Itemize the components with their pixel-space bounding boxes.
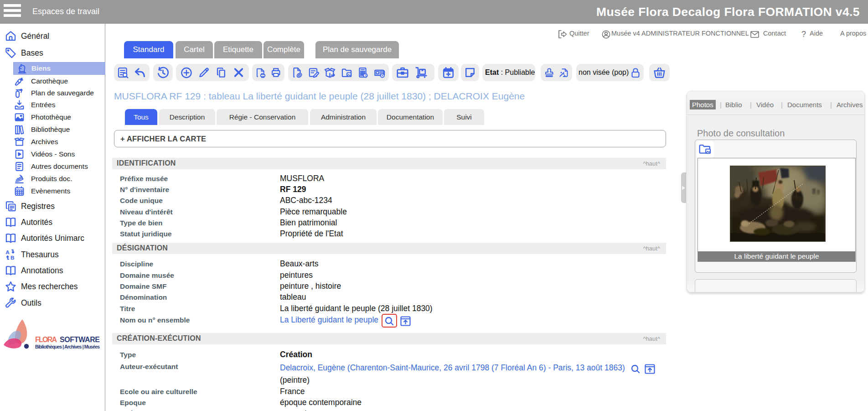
svg-text:A: A: [5, 249, 10, 255]
svg-text:B: B: [10, 255, 15, 260]
svg-text:$: $: [365, 74, 367, 77]
